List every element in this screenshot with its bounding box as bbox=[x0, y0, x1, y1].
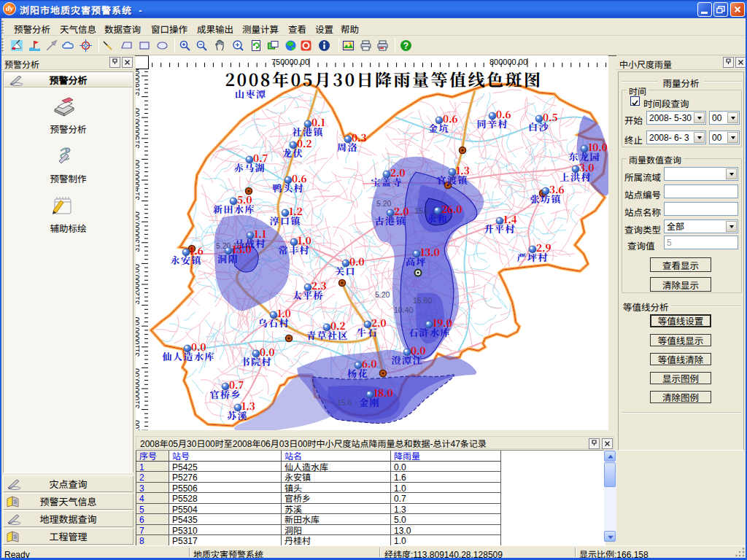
svg-text:0.0: 0.0 bbox=[260, 344, 275, 359]
svg-text:3140000.00: 3140000.00 bbox=[136, 160, 141, 201]
svg-text:0.3: 0.3 bbox=[352, 130, 367, 144]
svg-text:5.20: 5.20 bbox=[375, 290, 390, 299]
svg-text:1.2: 1.2 bbox=[289, 203, 303, 218]
svg-text:26.0: 26.0 bbox=[441, 201, 462, 216]
svg-text:1.0: 1.0 bbox=[298, 233, 311, 247]
svg-text:0.6: 0.6 bbox=[496, 106, 511, 121]
svg-text:1.3: 1.3 bbox=[241, 398, 255, 413]
svg-text:3100000.00: 3100000.00 bbox=[136, 368, 141, 409]
svg-text:3120000.00: 3120000.00 bbox=[136, 264, 141, 305]
svg-text:仙人造水库: 仙人造水库 bbox=[163, 349, 216, 363]
svg-text:0.6: 0.6 bbox=[443, 111, 458, 125]
svg-text:750000.00: 750000.00 bbox=[271, 58, 309, 66]
svg-text:1.3: 1.3 bbox=[456, 163, 470, 177]
svg-text:0.7: 0.7 bbox=[229, 377, 244, 392]
svg-text:10.0: 10.0 bbox=[588, 139, 608, 154]
svg-text:?: ? bbox=[403, 41, 409, 51]
svg-text:0.7: 0.7 bbox=[253, 150, 268, 165]
svg-text:19.0: 19.0 bbox=[433, 315, 452, 330]
svg-text:0.2: 0.2 bbox=[297, 136, 312, 150]
svg-text:0.6: 0.6 bbox=[292, 171, 307, 185]
svg-text:800000.00: 800000.00 bbox=[489, 58, 527, 66]
svg-text:10.40: 10.40 bbox=[394, 306, 413, 314]
svg-text:3160000.00: 3160000.00 bbox=[136, 69, 141, 96]
svg-text:2.3: 2.3 bbox=[311, 278, 327, 292]
svg-text:0.0: 0.0 bbox=[191, 339, 206, 354]
svg-text:13.0: 13.0 bbox=[420, 244, 440, 259]
svg-text:1.1: 1.1 bbox=[254, 226, 266, 241]
svg-text:2.9: 2.9 bbox=[536, 240, 551, 254]
svg-text:0.2: 0.2 bbox=[330, 318, 346, 332]
svg-text:0.5: 0.5 bbox=[543, 109, 558, 124]
svg-text:2.0: 2.0 bbox=[394, 203, 409, 218]
svg-text:3.0: 3.0 bbox=[579, 160, 595, 174]
svg-text:5.20: 5.20 bbox=[376, 199, 392, 208]
svg-text:2008年05月30日降雨量等值线色斑图: 2008年05月30日降雨量等值线色斑图 bbox=[225, 69, 542, 91]
svg-text:2.0: 2.0 bbox=[390, 165, 406, 179]
svg-text:3150000.00: 3150000.00 bbox=[136, 108, 141, 149]
svg-text:1.4: 1.4 bbox=[503, 211, 517, 226]
svg-text:15.6: 15.6 bbox=[337, 398, 352, 407]
svg-text:18.0: 18.0 bbox=[374, 385, 393, 400]
svg-text:0.0: 0.0 bbox=[349, 254, 365, 268]
svg-text:6.0: 6.0 bbox=[362, 356, 377, 370]
svg-text:1.6: 1.6 bbox=[190, 243, 204, 257]
svg-text:3110000.00: 3110000.00 bbox=[136, 316, 141, 357]
svg-text:1.0: 1.0 bbox=[277, 306, 291, 320]
svg-text:0.1: 0.1 bbox=[311, 114, 325, 129]
svg-text:2.0: 2.0 bbox=[371, 315, 387, 330]
svg-text:3090000.00: 3090000.00 bbox=[136, 420, 141, 430]
svg-text:3.6: 3.6 bbox=[549, 182, 565, 196]
svg-text:3130000.00: 3130000.00 bbox=[136, 211, 141, 252]
svg-text:0.0: 0.0 bbox=[411, 343, 426, 357]
svg-text:5.0: 5.0 bbox=[237, 192, 252, 206]
svg-text:15.60: 15.60 bbox=[413, 296, 432, 305]
svg-text:13.0: 13.0 bbox=[232, 241, 252, 256]
